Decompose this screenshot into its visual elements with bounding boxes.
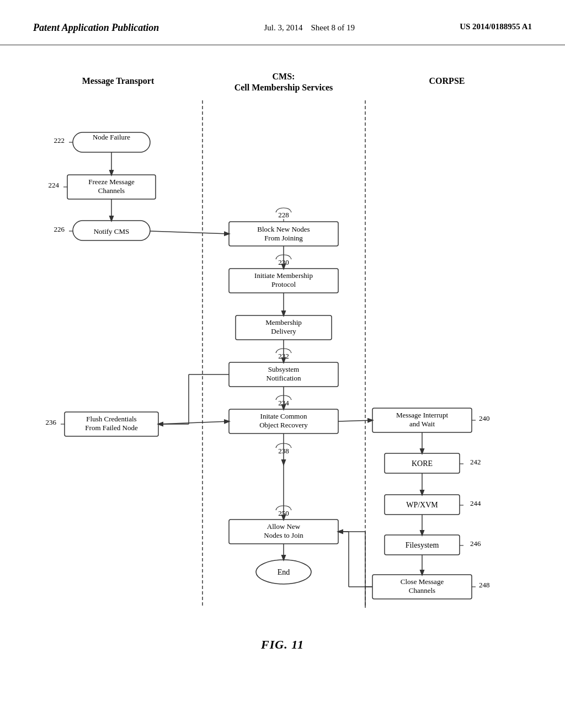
svg-text:236: 236 (46, 418, 57, 426)
svg-text:224: 224 (49, 181, 60, 189)
svg-text:Delivery: Delivery (271, 327, 296, 335)
svg-text:and Wait: and Wait (409, 420, 435, 428)
svg-text:Node Failure: Node Failure (93, 133, 130, 141)
svg-text:Filesystem: Filesystem (406, 541, 439, 549)
svg-text:KORE: KORE (412, 459, 433, 468)
svg-text:Membership: Membership (265, 318, 302, 326)
svg-text:248: 248 (479, 581, 490, 589)
svg-text:Freeze Message: Freeze Message (88, 178, 135, 186)
header-center: Jul. 3, 2014 Sheet 8 of 19 (264, 22, 355, 34)
svg-text:228: 228 (278, 211, 289, 219)
svg-line-85 (158, 421, 229, 424)
svg-text:Close Message: Close Message (401, 577, 444, 586)
svg-text:From Joining: From Joining (264, 234, 303, 242)
svg-text:WP/XVM: WP/XVM (406, 501, 438, 509)
svg-text:222: 222 (54, 136, 65, 144)
svg-text:Initiate Membership: Initiate Membership (254, 271, 313, 280)
svg-text:CMS:: CMS: (273, 72, 295, 81)
svg-text:Initate Common: Initate Common (260, 412, 307, 420)
svg-text:Protocol: Protocol (271, 280, 296, 288)
page: Patent Application Publication Jul. 3, 2… (0, 0, 565, 728)
svg-text:246: 246 (470, 539, 481, 548)
svg-line-86 (338, 420, 372, 421)
publication-date: Jul. 3, 2014 (264, 23, 302, 32)
flowchart-svg: Message Transport CMS: Cell Membership S… (34, 67, 531, 646)
svg-text:240: 240 (479, 414, 490, 422)
header: Patent Application Publication Jul. 3, 2… (0, 0, 565, 45)
svg-text:CORPSE: CORPSE (429, 76, 465, 85)
svg-text:Notify CMS: Notify CMS (94, 227, 130, 235)
publication-title: Patent Application Publication (33, 22, 159, 34)
svg-text:Message Transport: Message Transport (82, 76, 154, 86)
svg-line-74 (150, 231, 229, 234)
svg-text:Flush Credentials: Flush Credentials (86, 415, 136, 423)
svg-text:End: End (278, 568, 290, 576)
svg-text:242: 242 (470, 458, 481, 466)
svg-text:Block New Nodes: Block New Nodes (257, 225, 310, 233)
svg-text:Message Interrupt: Message Interrupt (396, 411, 449, 419)
svg-text:Channels: Channels (409, 586, 435, 595)
svg-text:Channels: Channels (98, 186, 125, 195)
svg-text:From Failed Node: From Failed Node (85, 424, 138, 432)
svg-text:Notification: Notification (266, 374, 301, 382)
figure-label: FIG. 11 (261, 638, 304, 652)
svg-text:226: 226 (54, 225, 65, 233)
svg-text:Subsystem: Subsystem (268, 365, 299, 373)
svg-text:244: 244 (470, 499, 481, 507)
diagram-area: Message Transport CMS: Cell Membership S… (34, 67, 531, 646)
svg-text:Cell Membership Services: Cell Membership Services (234, 83, 333, 93)
sheet-info: Sheet 8 of 19 (311, 23, 355, 32)
svg-text:Nodes to Join: Nodes to Join (264, 531, 303, 539)
svg-text:Allow New: Allow New (267, 522, 301, 531)
patent-number: US 2014/0188955 A1 (460, 22, 532, 31)
svg-text:Object Recovery: Object Recovery (259, 421, 308, 429)
